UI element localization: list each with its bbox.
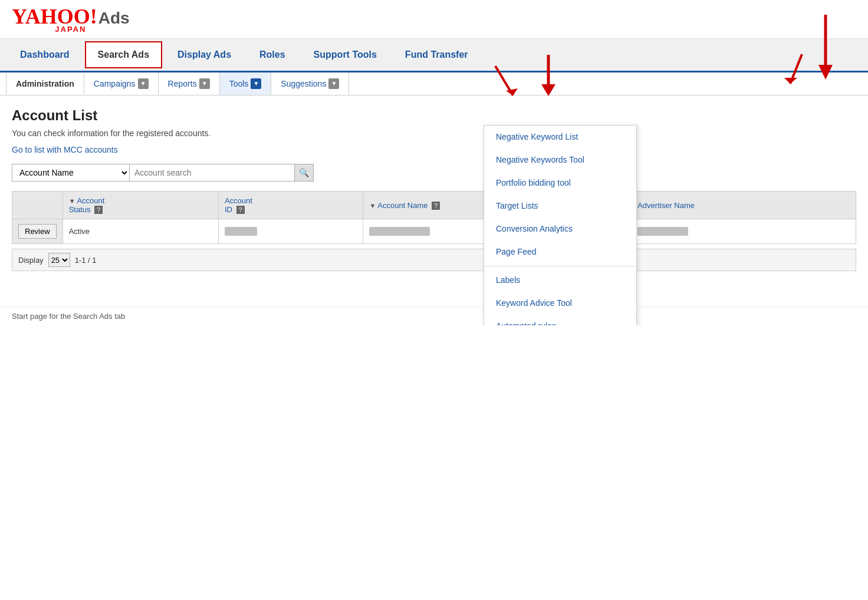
dropdown-item-page-feed[interactable]: Page Feed <box>484 240 636 263</box>
subnav-administration[interactable]: Administration <box>6 73 84 94</box>
display-label: Display <box>18 256 44 265</box>
nav-search-ads[interactable]: Search Ads <box>85 41 162 68</box>
yahoo-logo: YAHOO! <box>12 6 97 27</box>
dropdown-divider <box>484 266 636 266</box>
table-header-account-status: ▼ AccountStatus ? <box>63 192 218 219</box>
pagination-range: 1-1 / 1 <box>75 256 97 265</box>
dropdown-item-negative-keywords-tool[interactable]: Negative Keywords Tool <box>484 149 636 172</box>
pagination-row: Display 25 1-1 / 1 <box>12 249 856 271</box>
footer-text: Start page for the Search Ads tab <box>12 312 125 321</box>
table-cell-advertiser-name: ■■■ ■■■ ■■■■ <box>632 219 856 244</box>
nav-dashboard[interactable]: Dashboard <box>7 41 83 68</box>
dropdown-item-labels[interactable]: Labels <box>484 269 636 292</box>
dropdown-item-automated-rules[interactable]: Automated rules <box>484 315 636 325</box>
table-header-advertiser-name: Advertiser Name <box>632 192 856 219</box>
table-header-account-id: AccountID ? <box>218 192 363 219</box>
blurred-account-name: ■■■■■■■■■■■■■ <box>369 227 429 236</box>
subnav-suggestions[interactable]: Suggestions ▼ <box>271 72 349 95</box>
search-button[interactable]: 🔍 <box>295 164 314 182</box>
page-content: Account List You can check information f… <box>0 95 868 283</box>
table-header-empty <box>12 192 63 219</box>
account-search-input[interactable] <box>130 164 295 182</box>
dropdown-item-portfolio-bidding-tool[interactable]: Portfolio bidding tool <box>484 172 636 194</box>
subnav-reports[interactable]: Reports ▼ <box>159 72 220 95</box>
main-nav: Dashboard Search Ads Display Ads Roles S… <box>0 39 868 72</box>
blurred-account-id: ■■■■■■■ <box>225 227 257 236</box>
dropdown-item-target-lists[interactable]: Target Lists <box>484 194 636 217</box>
account-table: ▼ AccountStatus ? AccountID ? ▼ Account … <box>12 191 856 244</box>
ads-logo: Ads <box>98 10 130 27</box>
table-cell-empty: Review <box>12 219 63 244</box>
logo-container: YAHOO! Ads JAPAN <box>12 6 130 34</box>
sub-nav: Administration Campaigns ▼ Reports ▼ Too… <box>0 72 868 95</box>
dropdown-item-negative-keyword-list[interactable]: Negative Keyword List <box>484 126 636 149</box>
nav-fund-transfer[interactable]: Fund Transfer <box>392 41 481 68</box>
reports-dropdown-arrow[interactable]: ▼ <box>199 78 210 89</box>
subnav-tools[interactable]: Tools ▼ <box>220 72 272 95</box>
sort-arrow-account-name: ▼ <box>369 202 376 209</box>
nav-support-tools[interactable]: Support Tools <box>301 41 390 68</box>
nav-display-ads[interactable]: Display Ads <box>165 41 244 68</box>
suggestions-dropdown-arrow[interactable]: ▼ <box>328 78 339 89</box>
campaigns-dropdown-arrow[interactable]: ▼ <box>138 78 149 89</box>
display-count-select[interactable]: 25 <box>48 253 70 267</box>
sort-arrow-status: ▼ <box>69 197 75 205</box>
subnav-campaigns[interactable]: Campaigns ▼ <box>84 72 159 95</box>
page-footer: Start page for the Search Ads tab <box>0 306 868 325</box>
logo-area: YAHOO! Ads JAPAN <box>0 0 868 39</box>
mcc-link[interactable]: Go to list with MCC accounts <box>12 145 118 154</box>
help-icon-account-name[interactable]: ? <box>432 202 440 210</box>
logo-top-row: YAHOO! Ads <box>12 6 130 27</box>
tools-dropdown-menu: Negative Keyword List Negative Keywords … <box>484 125 637 325</box>
account-name-select[interactable]: Account Name <box>12 164 130 182</box>
blurred-advertiser-name: ■■■ ■■■ ■■■■ <box>637 227 688 236</box>
dropdown-item-keyword-advice-tool[interactable]: Keyword Advice Tool <box>484 292 636 315</box>
table-cell-account-id: ■■■■■■■ <box>218 219 363 244</box>
nav-roles[interactable]: Roles <box>246 41 298 68</box>
japan-logo: JAPAN <box>12 25 130 34</box>
table-cell-status: Active <box>63 219 218 244</box>
page-description: You can check information for the regist… <box>12 128 856 138</box>
logo-text-group: YAHOO! Ads JAPAN <box>12 6 130 34</box>
dropdown-item-conversion-analytics[interactable]: Conversion Analytics <box>484 217 636 240</box>
help-icon-status[interactable]: ? <box>94 206 103 214</box>
search-row: Account Name 🔍 <box>12 164 856 182</box>
page-title: Account List <box>12 107 856 124</box>
help-icon-account-id[interactable]: ? <box>236 206 245 214</box>
tools-dropdown-arrow[interactable]: ▼ <box>251 78 261 89</box>
table-row: Review Active ■■■■■■■ ■■■■■■■■■■■■■ ■■■ … <box>12 219 856 244</box>
review-button[interactable]: Review <box>18 224 57 239</box>
